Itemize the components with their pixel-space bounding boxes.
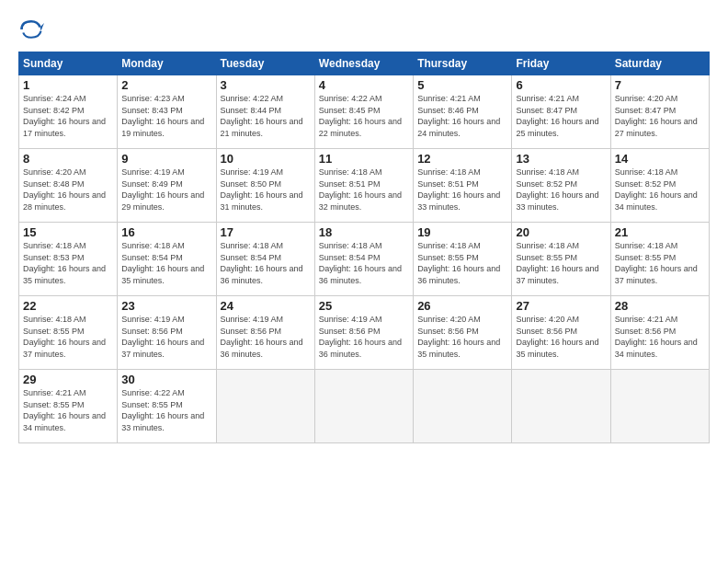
calendar-week-row: 29Sunrise: 4:21 AMSunset: 8:55 PMDayligh…	[19, 370, 710, 443]
day-info: Sunrise: 4:18 AMSunset: 8:52 PMDaylight:…	[615, 167, 705, 213]
calendar-day-cell: 30Sunrise: 4:22 AMSunset: 8:55 PMDayligh…	[118, 370, 216, 443]
day-number: 10	[221, 152, 311, 166]
calendar-day-cell: 23Sunrise: 4:19 AMSunset: 8:56 PMDayligh…	[118, 296, 216, 370]
day-info: Sunrise: 4:18 AMSunset: 8:53 PMDaylight:…	[23, 240, 113, 286]
day-number: 22	[23, 299, 113, 313]
calendar-day-cell: 15Sunrise: 4:18 AMSunset: 8:53 PMDayligh…	[19, 223, 118, 296]
day-info: Sunrise: 4:20 AMSunset: 8:56 PMDaylight:…	[516, 314, 606, 360]
day-number: 1	[23, 78, 113, 92]
day-number: 9	[121, 152, 211, 166]
day-number: 27	[516, 299, 606, 313]
day-number: 24	[221, 299, 311, 313]
day-info: Sunrise: 4:19 AMSunset: 8:56 PMDaylight:…	[319, 314, 409, 360]
day-info: Sunrise: 4:20 AMSunset: 8:56 PMDaylight:…	[417, 314, 507, 360]
day-number: 17	[221, 225, 311, 239]
day-number: 13	[516, 152, 606, 166]
day-number: 6	[516, 78, 606, 92]
header-row: SundayMondayTuesdayWednesdayThursdayFrid…	[19, 52, 710, 75]
calendar-day-cell	[216, 370, 314, 443]
calendar-day-cell: 1Sunrise: 4:24 AMSunset: 8:42 PMDaylight…	[19, 75, 118, 149]
day-header: Monday	[118, 52, 216, 75]
day-number: 26	[417, 299, 507, 313]
calendar-day-cell: 9Sunrise: 4:19 AMSunset: 8:49 PMDaylight…	[118, 149, 216, 223]
calendar-day-cell: 11Sunrise: 4:18 AMSunset: 8:51 PMDayligh…	[314, 149, 413, 223]
calendar-day-cell: 17Sunrise: 4:18 AMSunset: 8:54 PMDayligh…	[216, 223, 314, 296]
calendar-week-row: 8Sunrise: 4:20 AMSunset: 8:48 PMDaylight…	[19, 149, 710, 223]
day-info: Sunrise: 4:18 AMSunset: 8:54 PMDaylight:…	[121, 240, 211, 286]
calendar-day-cell: 18Sunrise: 4:18 AMSunset: 8:54 PMDayligh…	[314, 223, 413, 296]
day-number: 30	[121, 373, 211, 386]
day-header: Friday	[512, 52, 610, 75]
day-number: 5	[417, 78, 507, 92]
day-info: Sunrise: 4:22 AMSunset: 8:45 PMDaylight:…	[319, 93, 409, 139]
day-number: 7	[615, 78, 705, 92]
day-number: 19	[417, 225, 507, 239]
calendar-day-cell: 2Sunrise: 4:23 AMSunset: 8:43 PMDaylight…	[118, 75, 216, 149]
calendar-day-cell	[512, 370, 610, 443]
day-number: 18	[319, 225, 409, 239]
day-number: 15	[23, 225, 113, 239]
calendar-table: SundayMondayTuesdayWednesdayThursdayFrid…	[18, 52, 710, 443]
day-info: Sunrise: 4:19 AMSunset: 8:50 PMDaylight:…	[221, 167, 311, 213]
calendar-day-cell: 8Sunrise: 4:20 AMSunset: 8:48 PMDaylight…	[19, 149, 118, 223]
day-info: Sunrise: 4:18 AMSunset: 8:55 PMDaylight:…	[23, 314, 113, 360]
calendar-week-row: 1Sunrise: 4:24 AMSunset: 8:42 PMDaylight…	[19, 75, 710, 149]
day-number: 8	[23, 152, 113, 166]
day-number: 2	[121, 78, 211, 92]
calendar-day-cell: 4Sunrise: 4:22 AMSunset: 8:45 PMDaylight…	[314, 75, 413, 149]
day-header: Saturday	[610, 52, 709, 75]
day-number: 28	[615, 299, 705, 313]
calendar-day-cell	[414, 370, 512, 443]
day-info: Sunrise: 4:21 AMSunset: 8:47 PMDaylight:…	[516, 93, 606, 139]
calendar-day-cell: 6Sunrise: 4:21 AMSunset: 8:47 PMDaylight…	[512, 75, 610, 149]
calendar-day-cell: 7Sunrise: 4:20 AMSunset: 8:47 PMDaylight…	[610, 75, 709, 149]
day-header: Thursday	[414, 52, 512, 75]
calendar-day-cell: 28Sunrise: 4:21 AMSunset: 8:56 PMDayligh…	[610, 296, 709, 370]
calendar-week-row: 22Sunrise: 4:18 AMSunset: 8:55 PMDayligh…	[19, 296, 710, 370]
day-info: Sunrise: 4:18 AMSunset: 8:55 PMDaylight:…	[516, 240, 606, 286]
page: SundayMondayTuesdayWednesdayThursdayFrid…	[0, 0, 728, 563]
calendar-day-cell: 24Sunrise: 4:19 AMSunset: 8:56 PMDayligh…	[216, 296, 314, 370]
calendar-day-cell: 13Sunrise: 4:18 AMSunset: 8:52 PMDayligh…	[512, 149, 610, 223]
calendar-day-cell: 29Sunrise: 4:21 AMSunset: 8:55 PMDayligh…	[19, 370, 118, 443]
calendar-header: SundayMondayTuesdayWednesdayThursdayFrid…	[19, 52, 710, 75]
day-number: 11	[319, 152, 409, 166]
calendar-day-cell: 26Sunrise: 4:20 AMSunset: 8:56 PMDayligh…	[414, 296, 512, 370]
day-number: 3	[221, 78, 311, 92]
day-number: 14	[615, 152, 705, 166]
calendar-day-cell: 19Sunrise: 4:18 AMSunset: 8:55 PMDayligh…	[414, 223, 512, 296]
day-info: Sunrise: 4:24 AMSunset: 8:42 PMDaylight:…	[23, 93, 113, 139]
calendar-day-cell: 10Sunrise: 4:19 AMSunset: 8:50 PMDayligh…	[216, 149, 314, 223]
day-info: Sunrise: 4:23 AMSunset: 8:43 PMDaylight:…	[121, 93, 211, 139]
header	[18, 17, 710, 42]
calendar-body: 1Sunrise: 4:24 AMSunset: 8:42 PMDaylight…	[19, 75, 710, 443]
calendar-day-cell	[610, 370, 709, 443]
day-info: Sunrise: 4:21 AMSunset: 8:46 PMDaylight:…	[417, 93, 507, 139]
day-number: 16	[121, 225, 211, 239]
day-number: 23	[121, 299, 211, 313]
calendar-day-cell: 22Sunrise: 4:18 AMSunset: 8:55 PMDayligh…	[19, 296, 118, 370]
day-info: Sunrise: 4:20 AMSunset: 8:47 PMDaylight:…	[615, 93, 705, 139]
day-header: Wednesday	[314, 52, 413, 75]
calendar-day-cell: 5Sunrise: 4:21 AMSunset: 8:46 PMDaylight…	[414, 75, 512, 149]
day-info: Sunrise: 4:18 AMSunset: 8:51 PMDaylight:…	[417, 167, 507, 213]
day-info: Sunrise: 4:22 AMSunset: 8:55 PMDaylight:…	[121, 387, 211, 433]
day-number: 4	[319, 78, 409, 92]
day-info: Sunrise: 4:18 AMSunset: 8:52 PMDaylight:…	[516, 167, 606, 213]
calendar-day-cell	[314, 370, 413, 443]
day-number: 29	[23, 373, 113, 386]
day-info: Sunrise: 4:18 AMSunset: 8:55 PMDaylight:…	[615, 240, 705, 286]
day-info: Sunrise: 4:18 AMSunset: 8:54 PMDaylight:…	[221, 240, 311, 286]
calendar-day-cell: 25Sunrise: 4:19 AMSunset: 8:56 PMDayligh…	[314, 296, 413, 370]
day-number: 25	[319, 299, 409, 313]
calendar-day-cell: 27Sunrise: 4:20 AMSunset: 8:56 PMDayligh…	[512, 296, 610, 370]
day-info: Sunrise: 4:18 AMSunset: 8:54 PMDaylight:…	[319, 240, 409, 286]
day-info: Sunrise: 4:19 AMSunset: 8:49 PMDaylight:…	[121, 167, 211, 213]
day-info: Sunrise: 4:19 AMSunset: 8:56 PMDaylight:…	[121, 314, 211, 360]
day-info: Sunrise: 4:21 AMSunset: 8:55 PMDaylight:…	[23, 387, 113, 433]
day-number: 21	[615, 225, 705, 239]
day-info: Sunrise: 4:20 AMSunset: 8:48 PMDaylight:…	[23, 167, 113, 213]
day-info: Sunrise: 4:18 AMSunset: 8:55 PMDaylight:…	[417, 240, 507, 286]
calendar-day-cell: 21Sunrise: 4:18 AMSunset: 8:55 PMDayligh…	[610, 223, 709, 296]
day-info: Sunrise: 4:19 AMSunset: 8:56 PMDaylight:…	[221, 314, 311, 360]
